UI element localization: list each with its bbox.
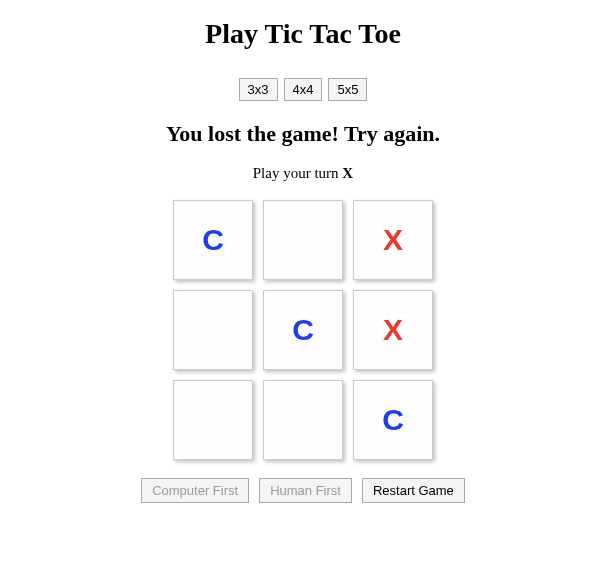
cell-mark: X bbox=[383, 223, 403, 257]
size-buttons-row: 3x3 4x4 5x5 bbox=[0, 78, 606, 101]
cell-0-2[interactable]: X bbox=[353, 200, 433, 280]
cell-mark: X bbox=[383, 313, 403, 347]
cell-2-1[interactable] bbox=[263, 380, 343, 460]
cell-2-0[interactable] bbox=[173, 380, 253, 460]
cell-2-2[interactable]: C bbox=[353, 380, 433, 460]
size-4x4-button[interactable]: 4x4 bbox=[284, 78, 323, 101]
cell-mark: C bbox=[382, 403, 404, 437]
size-3x3-button[interactable]: 3x3 bbox=[239, 78, 278, 101]
cell-1-1[interactable]: C bbox=[263, 290, 343, 370]
cell-1-2[interactable]: X bbox=[353, 290, 433, 370]
game-status: You lost the game! Try again. bbox=[0, 121, 606, 147]
human-first-button[interactable]: Human First bbox=[259, 478, 352, 503]
cell-0-1[interactable] bbox=[263, 200, 343, 280]
cell-1-0[interactable] bbox=[173, 290, 253, 370]
turn-mark: X bbox=[342, 165, 353, 181]
cell-0-0[interactable]: C bbox=[173, 200, 253, 280]
action-buttons-row: Computer First Human First Restart Game bbox=[0, 478, 606, 503]
size-5x5-button[interactable]: 5x5 bbox=[328, 78, 367, 101]
page-title: Play Tic Tac Toe bbox=[0, 18, 606, 50]
cell-mark: C bbox=[292, 313, 314, 347]
game-board: C X C X C bbox=[173, 200, 433, 460]
cell-mark: C bbox=[202, 223, 224, 257]
computer-first-button[interactable]: Computer First bbox=[141, 478, 249, 503]
turn-indicator: Play your turn X bbox=[0, 165, 606, 182]
turn-prefix: Play your turn bbox=[253, 165, 343, 181]
restart-game-button[interactable]: Restart Game bbox=[362, 478, 465, 503]
